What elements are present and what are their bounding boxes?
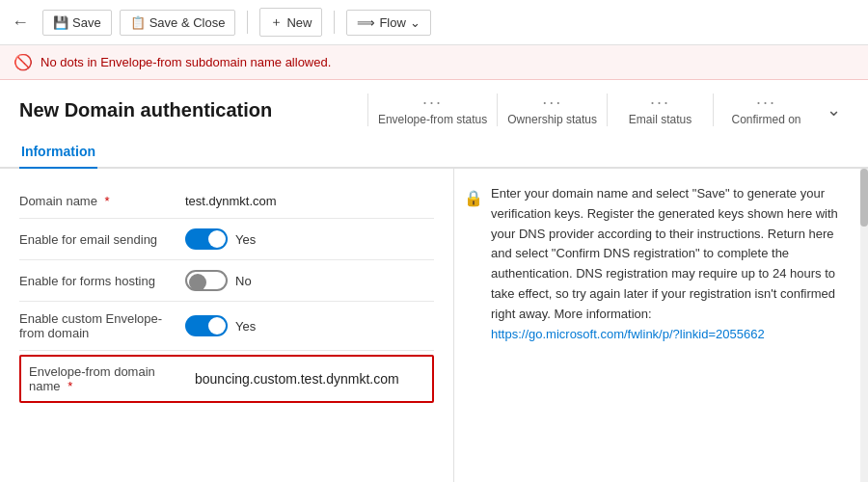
status-ownership: ··· Ownership status (497, 94, 607, 126)
scroll-thumb[interactable] (860, 169, 868, 227)
save-button[interactable]: 💾 Save (42, 10, 112, 36)
save-close-button[interactable]: 📋 Save & Close (120, 10, 236, 36)
toggle-knob-off (189, 274, 206, 291)
info-link[interactable]: https://go.microsoft.com/fwlink/p/?linki… (491, 327, 765, 341)
status-ownership-label: Ownership status (507, 113, 597, 126)
save-icon: 💾 (53, 15, 68, 30)
info-panel: 🔒 Enter your domain name and select "Sav… (453, 169, 868, 482)
status-chevron-button[interactable]: ⌄ (819, 99, 849, 120)
email-sending-toggle[interactable] (185, 228, 228, 250)
status-envelope-label: Envelope-from status (378, 113, 487, 126)
required-star-2: * (68, 379, 72, 393)
status-envelope-dots: ··· (422, 94, 443, 111)
status-email-label: Email status (629, 113, 692, 126)
envelope-from-domain-label: Envelope-from domain name * (29, 364, 183, 393)
email-sending-row: Enable for email sending Yes (19, 219, 434, 260)
required-star: * (105, 194, 110, 208)
domain-name-label: Domain name * (19, 194, 174, 208)
envelope-from-domain-value: bouncing.custom.test.dynmkt.com (195, 371, 399, 387)
forms-hosting-row: Enable for forms hosting No (19, 260, 434, 302)
scroll-track (860, 169, 868, 482)
flow-icon: ⟹ (357, 15, 375, 30)
toolbar-separator-2 (334, 11, 335, 34)
toolbar: ← 💾 Save 📋 Save & Close ＋ New ⟹ Flow ⌄ (0, 0, 868, 45)
forms-hosting-toggle-wrap: No (185, 270, 252, 291)
lock-icon: 🔒 (464, 186, 483, 344)
envelope-from-toggle-text: Yes (235, 319, 256, 334)
forms-hosting-toggle-text: No (235, 274, 252, 288)
back-button[interactable]: ← (12, 13, 35, 33)
toggle-knob-on (208, 317, 226, 335)
envelope-from-toggle-wrap: Yes (185, 315, 256, 336)
tab-nav: Information (0, 136, 868, 169)
toolbar-separator (247, 11, 248, 34)
domain-name-row: Domain name * test.dynmkt.com (19, 184, 434, 219)
envelope-from-toggle-label: Enable custom Envelope-from domain (19, 311, 174, 340)
content-area: Domain name * test.dynmkt.com Enable for… (0, 169, 868, 482)
envelope-from-toggle-row: Enable custom Envelope-from domain Yes (19, 302, 434, 351)
new-icon: ＋ (270, 13, 283, 31)
flow-chevron-icon: ⌄ (410, 15, 420, 30)
error-message: No dots in Envelope-from subdomain name … (41, 55, 331, 69)
new-button[interactable]: ＋ New (259, 8, 322, 37)
status-confirmed-dots: ··· (756, 94, 776, 111)
error-bar: 🚫 No dots in Envelope-from subdomain nam… (0, 45, 868, 80)
error-icon: 🚫 (14, 53, 33, 71)
form-panel: Domain name * test.dynmkt.com Enable for… (0, 169, 453, 482)
email-sending-toggle-text: Yes (235, 232, 256, 247)
info-text-block: 🔒 Enter your domain name and select "Sav… (464, 184, 854, 344)
email-sending-toggle-wrap: Yes (185, 228, 256, 250)
flow-button[interactable]: ⟹ Flow ⌄ (346, 10, 430, 36)
tab-information[interactable]: Information (19, 136, 97, 169)
info-description: Enter your domain name and select "Save"… (491, 184, 854, 344)
page-title: New Domain authentication (19, 99, 272, 121)
envelope-from-toggle[interactable] (185, 315, 228, 336)
status-ownership-dots: ··· (542, 94, 562, 111)
domain-name-value: test.dynmkt.com (185, 194, 434, 208)
status-confirmed: ··· Confirmed on (713, 94, 819, 126)
status-email: ··· Email status (607, 94, 713, 126)
status-email-dots: ··· (650, 94, 670, 111)
status-bar: ··· Envelope-from status ··· Ownership s… (367, 94, 849, 126)
forms-hosting-label: Enable for forms hosting (19, 274, 174, 288)
email-sending-label: Enable for email sending (19, 232, 174, 247)
status-envelope-from: ··· Envelope-from status (367, 94, 497, 126)
envelope-from-domain-row: Envelope-from domain name * bouncing.cus… (19, 355, 434, 403)
forms-hosting-toggle[interactable] (185, 270, 228, 291)
status-confirmed-label: Confirmed on (731, 113, 800, 126)
save-close-icon: 📋 (130, 15, 146, 30)
toggle-knob (208, 230, 226, 248)
page-header: New Domain authentication ··· Envelope-f… (0, 80, 868, 136)
